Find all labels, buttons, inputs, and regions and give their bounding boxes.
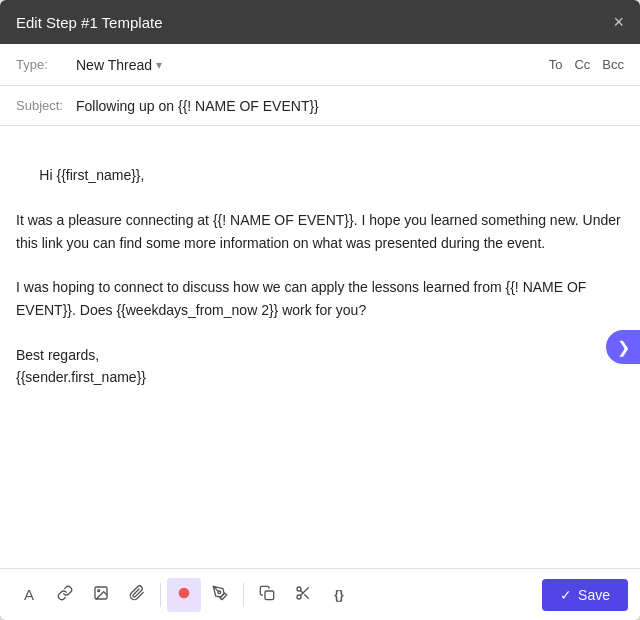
cc-button[interactable]: Cc (574, 57, 590, 72)
image-button[interactable] (84, 578, 118, 612)
toolbar-divider-1 (160, 583, 161, 607)
body-text: Hi {{first_name}},It was a pleasure conn… (16, 142, 624, 411)
signature-button[interactable] (203, 578, 237, 612)
scissors-icon (295, 585, 311, 604)
svg-point-2 (179, 588, 190, 599)
checkmark-icon: ✓ (560, 587, 572, 603)
svg-point-1 (98, 590, 100, 592)
type-label: Type: (16, 57, 76, 72)
code-button[interactable]: {} (322, 578, 356, 612)
edit-template-modal: Edit Step #1 Template × Type: New Thread… (0, 0, 640, 620)
svg-rect-4 (265, 591, 274, 600)
scissors-button[interactable] (286, 578, 320, 612)
close-button[interactable]: × (613, 13, 624, 31)
subject-input[interactable] (76, 98, 624, 114)
modal-title: Edit Step #1 Template (16, 14, 162, 31)
attachment-button[interactable] (120, 578, 154, 612)
copy-icon (259, 585, 275, 604)
to-button[interactable]: To (549, 57, 563, 72)
font-icon: A (24, 586, 34, 603)
body-area[interactable]: Hi {{first_name}},It was a pleasure conn… (0, 126, 640, 568)
link-icon (57, 585, 73, 604)
type-value: New Thread (76, 57, 152, 73)
svg-point-3 (218, 591, 221, 594)
type-row: Type: New Thread ▾ To Cc Bcc (0, 44, 640, 86)
modal-header: Edit Step #1 Template × (0, 0, 640, 44)
subject-row: Subject: (0, 86, 640, 126)
attachment-icon (129, 585, 145, 604)
expand-button[interactable]: ❯ (606, 330, 640, 364)
subject-label: Subject: (16, 98, 76, 113)
signature-icon (212, 585, 228, 604)
save-button[interactable]: ✓ Save (542, 579, 628, 611)
email-actions: To Cc Bcc (549, 57, 624, 72)
record-button[interactable] (167, 578, 201, 612)
svg-line-9 (300, 590, 303, 593)
svg-line-8 (305, 595, 309, 599)
bcc-button[interactable]: Bcc (602, 57, 624, 72)
toolbar: A (0, 568, 640, 620)
code-icon: {} (334, 588, 343, 602)
toolbar-divider-2 (243, 583, 244, 607)
save-label: Save (578, 587, 610, 603)
type-select[interactable]: New Thread ▾ (76, 57, 549, 73)
image-icon (93, 585, 109, 604)
font-button[interactable]: A (12, 578, 46, 612)
chevron-down-icon: ▾ (156, 58, 162, 72)
copy-button[interactable] (250, 578, 284, 612)
record-icon (176, 585, 192, 604)
chevron-right-icon: ❯ (617, 338, 630, 357)
link-button[interactable] (48, 578, 82, 612)
